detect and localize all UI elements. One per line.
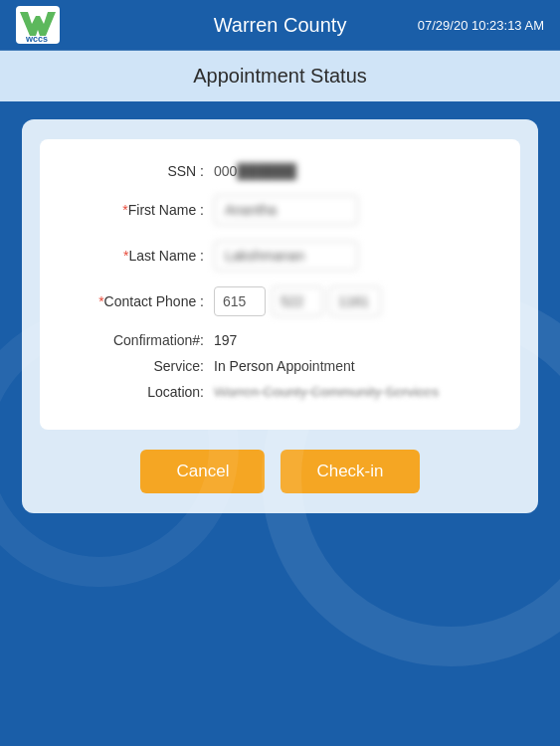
location-row: Location: Warren County Community Servic… xyxy=(70,384,490,400)
header-datetime: 07/29/20 10:23:13 AM xyxy=(418,18,544,33)
service-value: In Person Appointment xyxy=(214,358,355,374)
checkin-button[interactable]: Check-in xyxy=(280,450,419,493)
ssn-label: SSN : xyxy=(70,163,214,179)
ssn-value: 000██████ xyxy=(214,163,296,179)
svg-text:wccs: wccs xyxy=(25,34,48,42)
last-name-label: *Last Name : xyxy=(70,248,214,264)
required-marker-2: * xyxy=(123,248,128,264)
first-name-input[interactable] xyxy=(214,195,358,225)
ssn-blurred: ██████ xyxy=(237,163,296,179)
confirmation-label: Confirmation#: xyxy=(70,332,214,348)
button-row: Cancel Check-in xyxy=(40,450,520,493)
ssn-row: SSN : 000██████ xyxy=(70,163,490,179)
svg-marker-0 xyxy=(20,12,56,36)
phone-group xyxy=(214,286,381,316)
outer-card: SSN : 000██████ *First Name : *Last Name… xyxy=(22,119,538,513)
location-label: Location: xyxy=(70,384,214,400)
last-name-row: *Last Name : xyxy=(70,241,490,271)
page-title: Appointment Status xyxy=(193,65,367,87)
phone-middle-input[interactable] xyxy=(272,286,323,316)
service-label: Service: xyxy=(70,358,214,374)
first-name-label: *First Name : xyxy=(70,202,214,218)
first-name-row: *First Name : xyxy=(70,195,490,225)
phone-last-input[interactable] xyxy=(329,286,381,316)
main-container: SSN : 000██████ *First Name : *Last Name… xyxy=(0,101,560,531)
confirmation-row: Confirmation#: 197 xyxy=(70,332,490,348)
last-name-input[interactable] xyxy=(214,241,358,271)
required-marker: * xyxy=(122,202,127,218)
confirmation-value: 197 xyxy=(214,332,237,348)
phone-area-input[interactable] xyxy=(214,286,266,316)
location-value: Warren County Community Services xyxy=(214,384,439,400)
phone-row: *Contact Phone : xyxy=(70,286,490,316)
cancel-button[interactable]: Cancel xyxy=(140,450,265,493)
required-marker-3: * xyxy=(98,293,103,309)
ssn-clear: 000 xyxy=(214,163,237,179)
header: wccs Warren County 07/29/20 10:23:13 AM xyxy=(0,0,560,51)
service-row: Service: In Person Appointment xyxy=(70,358,490,374)
wccs-logo: wccs xyxy=(18,8,58,42)
phone-label: *Contact Phone : xyxy=(70,293,214,309)
page-title-bar: Appointment Status xyxy=(0,51,560,101)
logo-box: wccs xyxy=(16,6,60,44)
logo-area: wccs xyxy=(16,6,60,44)
inner-card: SSN : 000██████ *First Name : *Last Name… xyxy=(40,139,520,430)
header-title: Warren County xyxy=(214,14,347,37)
